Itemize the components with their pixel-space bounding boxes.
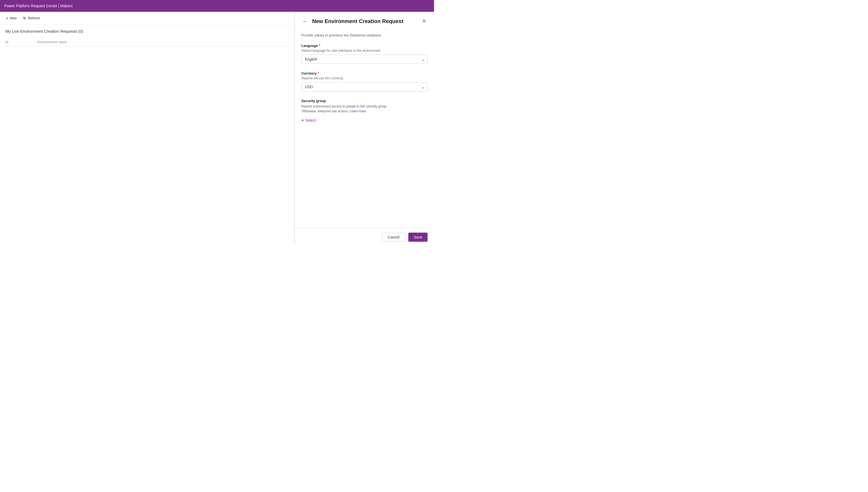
right-panel: ← New Environment Creation Request ✕ Pro… — [295, 12, 434, 246]
language-label: Language * — [301, 44, 428, 48]
page-title: My Live Environment Creation Requests (0… — [0, 25, 295, 38]
language-hint: Default language for user interfaces in … — [301, 49, 428, 52]
close-icon: ✕ — [422, 18, 427, 24]
currency-hint: Reports will use this currency — [301, 76, 428, 80]
panel-footer: Cancel Save — [295, 228, 434, 246]
panel-body: Language * Default language for user int… — [295, 37, 434, 228]
new-button[interactable]: + New — [3, 15, 19, 22]
refresh-button-label: Refresh — [28, 16, 40, 20]
security-group-desc-text-1: Restrict environment access to people in… — [301, 104, 387, 108]
close-button[interactable]: ✕ — [421, 17, 428, 25]
security-group-description: Restrict environment access to people in… — [301, 104, 428, 114]
language-section: Language * Default language for user int… — [301, 44, 428, 64]
column-id: Id — [5, 40, 37, 44]
main-layout: + New ↻ Refresh My Live Environment Crea… — [0, 12, 434, 246]
toolbar: + New ↻ Refresh — [0, 12, 295, 25]
select-plus-icon: + — [301, 118, 304, 123]
refresh-button[interactable]: ↻ Refresh — [20, 15, 43, 22]
select-security-group-button[interactable]: + Select — [301, 117, 316, 124]
panel-subtitle: Provide values to provision the Datavers… — [295, 30, 434, 37]
header-bar: Power Platform Request Center | Makers — [0, 0, 434, 12]
plus-icon: + — [6, 16, 8, 20]
currency-required: * — [318, 71, 319, 75]
currency-select-wrapper: USD EUR GBP JPY CAD AUD ⌄ — [301, 82, 428, 91]
save-button[interactable]: Save — [408, 232, 428, 242]
currency-select[interactable]: USD EUR GBP JPY CAD AUD — [301, 82, 428, 91]
new-button-label: New — [10, 16, 17, 20]
table-container: Id Environment name — [0, 38, 295, 46]
security-group-section: Security group Restrict environment acce… — [301, 99, 428, 124]
language-select[interactable]: English French German Spanish Japanese C… — [301, 55, 428, 64]
currency-label: Currency * — [301, 71, 428, 75]
column-environment-name: Environment name — [37, 40, 289, 44]
security-group-desc-text-2: Otherwise, everyone can access. — [301, 109, 349, 113]
refresh-icon: ↻ — [23, 16, 26, 20]
language-required: * — [319, 44, 320, 48]
panel-title: New Environment Creation Request — [312, 18, 403, 24]
security-group-label: Security group — [301, 99, 428, 103]
table-header: Id Environment name — [5, 38, 289, 46]
currency-section: Currency * Reports will use this currenc… — [301, 71, 428, 91]
panel-header: ← New Environment Creation Request ✕ — [295, 12, 434, 30]
panel-header-left: ← New Environment Creation Request — [301, 17, 403, 25]
cancel-button[interactable]: Cancel — [382, 232, 405, 242]
left-panel: + New ↻ Refresh My Live Environment Crea… — [0, 12, 295, 246]
back-button[interactable]: ← — [301, 17, 309, 25]
back-arrow-icon: ← — [303, 18, 308, 24]
app-title: Power Platform Request Center | Makers — [4, 4, 73, 8]
select-security-group-label: Select — [305, 118, 316, 122]
learn-more-link[interactable]: Learn more — [350, 109, 366, 113]
language-select-wrapper: English French German Spanish Japanese C… — [301, 55, 428, 64]
